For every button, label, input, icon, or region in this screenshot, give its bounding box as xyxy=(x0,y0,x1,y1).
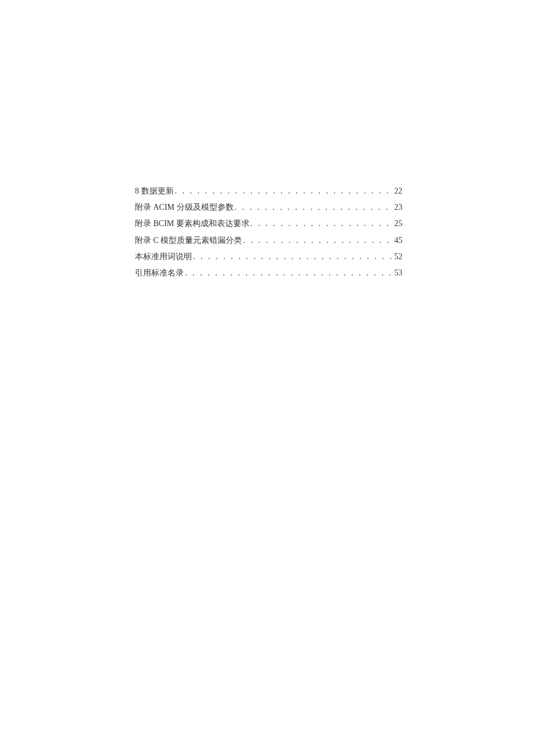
toc-entry: 本标准用词说明 52 xyxy=(135,249,402,264)
toc-title: 附录 C 模型质量元素错漏分类 xyxy=(135,233,242,248)
toc-page-number: 23 xyxy=(394,200,402,214)
toc-entry: 引用标准名录 53 xyxy=(135,266,402,280)
toc-page-number: 53 xyxy=(394,266,402,280)
toc-entry: 附录 C 模型质量元素错漏分类 45 xyxy=(135,233,402,248)
toc-title: 附录 BCIM 要素构成和表达要求 xyxy=(135,216,249,231)
toc-title: 8 数据更新 xyxy=(135,184,174,198)
toc-entry: 附录 ACIM 分级及模型参数 23 xyxy=(135,200,402,214)
toc-leader-dots xyxy=(175,184,394,198)
toc-page-number: 52 xyxy=(394,249,402,264)
toc-leader-dots xyxy=(193,249,393,264)
toc-leader-dots xyxy=(235,200,393,214)
toc-page-number: 25 xyxy=(394,216,402,231)
toc-entry: 8 数据更新 22 xyxy=(135,184,402,198)
toc-page-number: 45 xyxy=(394,233,402,248)
toc-container: 8 数据更新 22 附录 ACIM 分级及模型参数 23 附录 BCIM 要素构… xyxy=(135,184,402,282)
toc-page-number: 22 xyxy=(394,184,402,198)
toc-title: 本标准用词说明 xyxy=(135,249,192,264)
toc-leader-dots xyxy=(251,216,393,231)
toc-leader-dots xyxy=(185,266,393,280)
toc-leader-dots xyxy=(243,233,393,248)
toc-title: 引用标准名录 xyxy=(135,266,184,280)
toc-entry: 附录 BCIM 要素构成和表达要求 25 xyxy=(135,216,402,231)
toc-title: 附录 ACIM 分级及模型参数 xyxy=(135,200,234,214)
